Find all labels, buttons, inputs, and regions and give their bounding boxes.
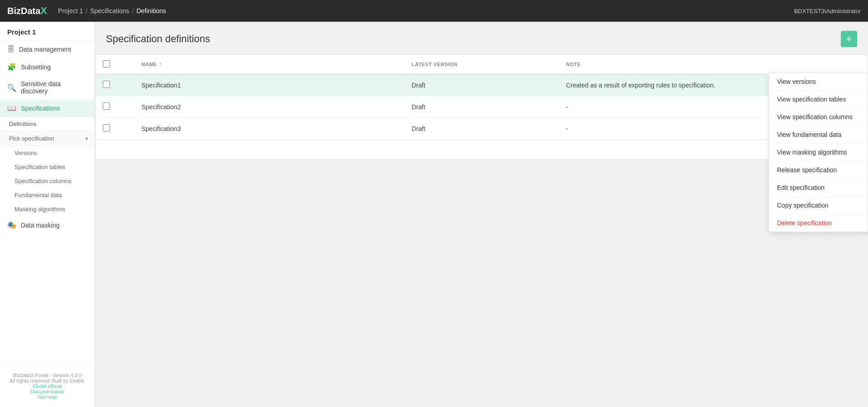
row-name: Specification2 [134,96,404,118]
sidebar-subitem-versions[interactable]: Versions [0,146,95,160]
table-body: Specification1 Draft Created as a result… [96,74,868,140]
row-version: Draft [404,74,559,96]
sidebar: Project 1 🗄 Data management 🧩 Subsetting… [0,22,95,407]
row-name: Specification1 [134,74,404,96]
sidebar-item-specifications[interactable]: 📖 Specifications [0,99,95,117]
name-sort: NAME ↑ [141,61,162,68]
spec-table: NAME ↑ LATEST VERSION NOTE Specification… [96,55,868,140]
sidebar-item-label-data-masking: Data masking [21,222,60,229]
footer-link-help[interactable]: Get help [38,394,57,400]
page-title: Specification definitions [106,33,210,45]
specifications-icon: 📖 [7,104,16,112]
spec-table-container: NAME ↑ LATEST VERSION NOTE Specification… [95,54,868,160]
row-name: Specification3 [134,118,404,140]
context-menu-item-6[interactable]: Edit specification [769,179,868,197]
pick-spec-dropdown[interactable]: Pick specification ▼ [0,131,95,146]
sidebar-footer: BizDataX Portal - Version 4.3.0 All righ… [0,365,95,407]
chevron-down-icon: ▼ [84,136,89,141]
sidebar-subitem-spec-columns[interactable]: Specification columns [0,174,95,188]
sidebar-subitem-fundamental-data[interactable]: Fundamental data [0,188,95,202]
sidebar-item-sensitive[interactable]: 🔍 Sensitive data discovery [0,76,95,99]
sidebar-item-data-management[interactable]: 🗄 Data management [0,41,95,58]
pick-spec-label: Pick specification [9,135,54,142]
table-header-row: NAME ↑ LATEST VERSION NOTE [96,55,868,74]
sensitive-icon: 🔍 [7,83,16,92]
context-menu-item-8[interactable]: Delete specification [769,214,868,232]
subsetting-icon: 🧩 [7,63,16,71]
topnav: BizDataX Project 1 / Specifications / De… [0,0,868,22]
context-menu-item-4[interactable]: View masking algorithms [769,144,868,161]
sidebar-subitem-spec-tables[interactable]: Specification tables [0,160,95,174]
select-all-checkbox[interactable] [103,60,110,68]
logo: BizDataX [7,5,47,17]
breadcrumb-current: Definitions [136,7,166,15]
context-menu-item-0[interactable]: View versions [769,73,868,91]
context-menu-item-7[interactable]: Copy specification [769,197,868,214]
user-info: BDXTEST3\Administrator [794,8,861,15]
col-name-label: NAME [141,62,157,67]
breadcrumb-project[interactable]: Project 1 [58,7,83,15]
table-row[interactable]: Specification3 Draft - [96,118,868,140]
sidebar-item-label-sensitive: Sensitive data discovery [21,80,87,95]
table-pagination: Items per page: 10 25 50 1 – 3 of 3 [96,140,868,159]
definitions-label: Definitions [9,121,37,127]
sidebar-item-data-masking[interactable]: 🎭 Data masking [0,216,95,234]
sidebar-project-label: Project 1 [0,22,95,41]
sidebar-item-subsetting[interactable]: 🧩 Subsetting [0,58,95,76]
breadcrumb-specifications[interactable]: Specifications [90,7,129,15]
row-check-cell [96,96,134,118]
context-menu-item-2[interactable]: View specification columns [769,108,868,126]
row-check-cell [96,74,134,96]
breadcrumb: Project 1 / Specifications / Definitions [58,7,794,15]
footer-link-ekobit[interactable]: Ekobit official [33,383,62,389]
data-management-icon: 🗄 [7,45,14,53]
breadcrumb-sep-1: / [86,7,87,15]
context-menu-item-1[interactable]: View specification tables [769,91,868,108]
add-button[interactable]: + [841,31,857,47]
sort-asc-icon: ↑ [159,61,162,68]
sidebar-subitem-masking-algorithms[interactable]: Masking algorithms [0,202,95,216]
logo-x: X [40,5,47,17]
row-version: Draft [404,118,559,140]
footer-link-docs[interactable]: Documentation [31,389,64,394]
footer-rights: All rights reserved. Built by Ekobit. [7,378,87,383]
col-header-version: LATEST VERSION [404,55,559,74]
col-header-note: NOTE [559,55,868,74]
context-menu-item-5[interactable]: Release specification [769,161,868,179]
col-header-check [96,55,134,74]
footer-version: BizDataX Portal - Version 4.3.0 [7,373,87,378]
logo-text: BizData [7,6,40,16]
context-menu-item-3[interactable]: View fundamental data [769,126,868,144]
sidebar-item-label-subsetting: Subsetting [21,63,51,71]
layout: Project 1 🗄 Data management 🧩 Subsetting… [0,22,868,407]
sidebar-item-label-specifications: Specifications [21,105,60,112]
breadcrumb-sep-2: / [132,7,134,15]
row-checkbox[interactable] [103,124,110,131]
sidebar-item-label-data-management: Data management [19,46,71,53]
definitions-nav-item[interactable]: Definitions [0,117,95,131]
row-checkbox[interactable] [103,102,110,110]
col-header-name[interactable]: NAME ↑ [134,55,404,74]
main-content: Specification definitions + NAME ↑ [95,22,868,407]
row-check-cell [96,118,134,140]
row-checkbox[interactable] [103,81,110,88]
sidebar-subnav: Definitions Pick specification ▼ Version… [0,117,95,216]
table-row[interactable]: Specification2 Draft - [96,96,868,118]
data-masking-icon: 🎭 [7,221,16,229]
context-menu: View versionsView specification tablesVi… [768,73,868,232]
row-version: Draft [404,96,559,118]
main-header: Specification definitions + [95,22,868,54]
table-row[interactable]: Specification1 Draft Created as a result… [96,74,868,96]
